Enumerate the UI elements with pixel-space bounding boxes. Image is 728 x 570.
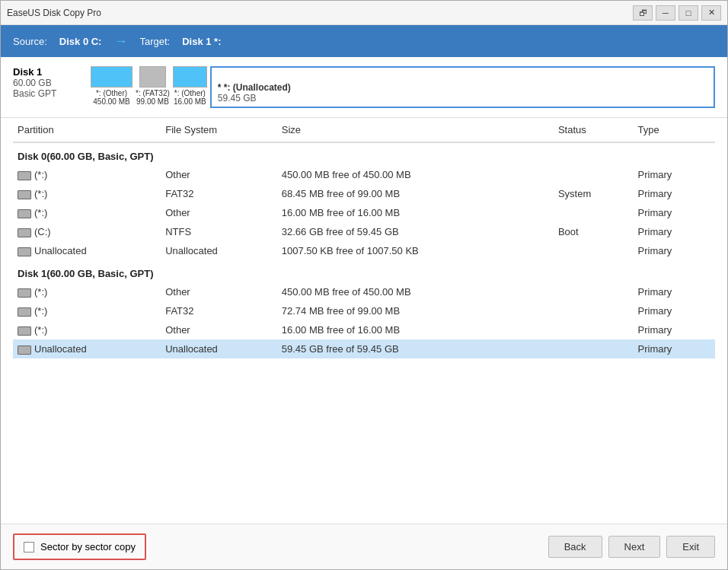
table-row[interactable]: (*:) FAT32 72.74 MB free of 99.00 MB Pri… [13,301,715,320]
partition-bar-2 [173,66,207,88]
fs-cell: Unallocated [161,339,277,358]
partition-icon [18,307,31,317]
partition-icon [18,190,31,199]
partition-icon [18,228,31,237]
type-cell: Primary [634,165,715,184]
fs-cell: Other [161,203,277,222]
back-button[interactable]: Back [548,536,602,558]
maximize-button[interactable]: □ [679,5,698,21]
status-cell [554,339,634,358]
partition-icon [18,346,31,355]
disk-name: Disk 1 [13,66,81,78]
partition-block-2: *: (Other)16.00 MB [173,66,207,106]
target-unallocated-label: * *: (Unallocated) [218,82,707,93]
partition-icon [18,171,31,180]
bottom-bar: Sector by sector copy Back Next Exit [1,524,727,569]
size-cell: 72.74 MB free of 99.00 MB [277,301,554,320]
fs-cell: Other [161,282,277,301]
disk-info: Disk 1 60.00 GB Basic GPT [13,66,81,99]
fs-cell: NTFS [161,222,277,241]
disk-visual-section: Disk 1 60.00 GB Basic GPT *: (Other)450.… [1,57,727,118]
type-cell: Primary [634,301,715,320]
size-cell: 16.00 MB free of 16.00 MB [277,203,554,222]
header-bar: Source: Disk 0 C: → Target: Disk 1 *: [1,25,727,57]
status-cell [554,301,634,320]
table-row[interactable]: (C:) NTFS 32.66 GB free of 59.45 GB Boot… [13,222,715,241]
size-cell: 450.00 MB free of 450.00 MB [277,282,554,301]
partition-cell: (*:) [13,301,161,320]
type-cell: Primary [634,184,715,203]
close-button[interactable]: ✕ [701,5,721,21]
col-status: Status [554,118,634,142]
exit-button[interactable]: Exit [666,536,715,558]
partition-bar-1 [139,66,166,88]
table-row[interactable]: (*:) Other 450.00 MB free of 450.00 MB P… [13,282,715,301]
partition-cell: (C:) [13,222,161,241]
partition-cell: (*:) [13,320,161,339]
partition-cell: Unallocated [13,339,161,358]
partition-table: Partition File System Size Status Type D… [13,118,715,358]
sector-copy-checkbox[interactable] [24,542,34,552]
table-header-row: Partition File System Size Status Type [13,118,715,142]
table-row[interactable]: (*:) Other 450.00 MB free of 450.00 MB P… [13,165,715,184]
type-cell: Primary [634,339,715,358]
status-cell [554,165,634,184]
sector-copy-label: Sector by sector copy [40,541,136,552]
table-row[interactable]: (*:) Other 16.00 MB free of 16.00 MB Pri… [13,320,715,339]
type-cell: Primary [634,320,715,339]
size-cell: 32.66 GB free of 59.45 GB [277,222,554,241]
status-cell: Boot [554,222,634,241]
status-cell [554,320,634,339]
partition-icon [18,247,31,256]
source-label: Source: [13,36,47,47]
partition-block-0: *: (Other)450.00 MB [91,66,133,106]
fs-cell: FAT32 [161,301,277,320]
partition-cell: (*:) [13,184,161,203]
minimize-button[interactable]: ─ [656,5,675,21]
size-cell: 450.00 MB free of 450.00 MB [277,165,554,184]
status-cell [554,282,634,301]
window-controls: 🗗 ─ □ ✕ [633,5,721,21]
table-row[interactable]: (*:) Other 16.00 MB free of 16.00 MB Pri… [13,203,715,222]
type-cell: Primary [634,203,715,222]
disk0-header-row: Disk 0(60.00 GB, Basic, GPT) [13,142,715,165]
sector-copy-checkbox-area[interactable]: Sector by sector copy [13,533,146,560]
next-button[interactable]: Next [608,536,661,558]
size-cell: 59.45 GB free of 59.45 GB [277,339,554,358]
partition-bar-0 [91,66,133,88]
fs-cell: FAT32 [161,184,277,203]
target-disk-area: * *: (Unallocated) 59.45 GB [210,66,715,108]
status-cell [554,241,634,260]
partition-cell: (*:) [13,165,161,184]
col-partition: Partition [13,118,161,142]
restore-button[interactable]: 🗗 [633,5,653,21]
type-cell: Primary [634,241,715,260]
table-section: Partition File System Size Status Type D… [1,118,727,524]
table-row[interactable]: Unallocated Unallocated 59.45 GB free of… [13,339,715,358]
main-window: EaseUS Disk Copy Pro 🗗 ─ □ ✕ Source: Dis… [0,0,728,570]
partition-cell: (*:) [13,203,161,222]
fs-cell: Other [161,320,277,339]
type-cell: Primary [634,282,715,301]
col-size: Size [277,118,554,142]
table-row[interactable]: (*:) FAT32 68.45 MB free of 99.00 MB Sys… [13,184,715,203]
disk-partitions: *: (Other)450.00 MB *: (FAT32)99.00 MB *… [91,66,715,108]
col-type: Type [634,118,715,142]
target-unallocated-size: 59.45 GB [218,93,707,103]
partition-icon [18,209,31,218]
partition-icon [18,288,31,298]
title-bar: EaseUS Disk Copy Pro 🗗 ─ □ ✕ [1,1,727,25]
status-cell: System [554,184,634,203]
type-cell: Primary [634,222,715,241]
target-label: Target: [139,36,170,47]
table-row[interactable]: Unallocated Unallocated 1007.50 KB free … [13,241,715,260]
disk0-header-cell: Disk 0(60.00 GB, Basic, GPT) [13,142,715,165]
fs-cell: Unallocated [161,241,277,260]
arrow-icon: → [113,33,127,49]
partition-label-1: *: (FAT32)99.00 MB [136,89,170,106]
disk1-header-row: Disk 1(60.00 GB, Basic, GPT) [13,260,715,282]
fs-cell: Other [161,165,277,184]
size-cell: 68.45 MB free of 99.00 MB [277,184,554,203]
partition-cell: Unallocated [13,241,161,260]
partition-cell: (*:) [13,282,161,301]
